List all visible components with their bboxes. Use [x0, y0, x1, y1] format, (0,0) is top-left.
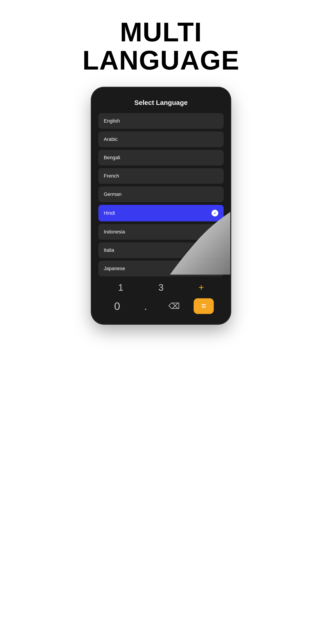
language-label-english: English [104, 118, 120, 124]
language-label-german: German [104, 192, 122, 197]
checkmark-icon: ✓ [212, 210, 218, 216]
language-item-hindi[interactable]: Hindi ✓ [98, 205, 224, 222]
phone-device: Select Language English Arabic Bengali F… [92, 88, 230, 324]
equals-label: = [202, 302, 206, 311]
language-item-bengali[interactable]: Bengali [98, 150, 224, 166]
language-label-french: French [104, 173, 119, 179]
language-label-italia: Italia [104, 247, 114, 253]
calc-bottom-keypad-row: 0 . ⌫ = [100, 295, 222, 317]
calc-equals-button[interactable]: = [194, 298, 214, 314]
header-line2: LANGUAGE [82, 46, 240, 74]
calc-top-row: 1 3 + [100, 280, 222, 295]
language-item-japanese[interactable]: Japanese [98, 261, 224, 276]
calc-number-3: 3 [152, 282, 170, 293]
select-language-title: Select Language [98, 96, 224, 106]
calc-number-1: 1 [112, 282, 130, 293]
header-title: MULTI LANGUAGE [82, 18, 240, 74]
language-label-japanese: Japanese [104, 266, 125, 272]
language-label-indonesia: Indonesia [104, 229, 125, 235]
language-item-english[interactable]: English [98, 113, 224, 129]
calculator-section: 1 3 + 0 . ⌫ = [98, 280, 224, 324]
language-label-bengali: Bengali [104, 155, 120, 160]
calc-zero-key[interactable]: 0 [108, 300, 126, 312]
language-item-french[interactable]: French [98, 168, 224, 184]
backspace-icon: ⌫ [168, 302, 180, 311]
language-label-hindi: Hindi [104, 210, 115, 216]
calc-dot-key[interactable]: . [137, 300, 154, 312]
language-label-arabic: Arabic [104, 136, 118, 142]
language-list: English Arabic Bengali French German Hin… [98, 113, 224, 276]
calc-plus-operator[interactable]: + [192, 282, 210, 293]
header-line1: MULTI [82, 18, 240, 46]
language-item-arabic[interactable]: Arabic [98, 132, 224, 147]
language-item-german[interactable]: German [98, 186, 224, 202]
language-item-italia[interactable]: Italia [98, 242, 224, 258]
language-item-indonesia[interactable]: Indonesia [98, 224, 224, 240]
calc-backspace-button[interactable]: ⌫ [165, 300, 183, 313]
